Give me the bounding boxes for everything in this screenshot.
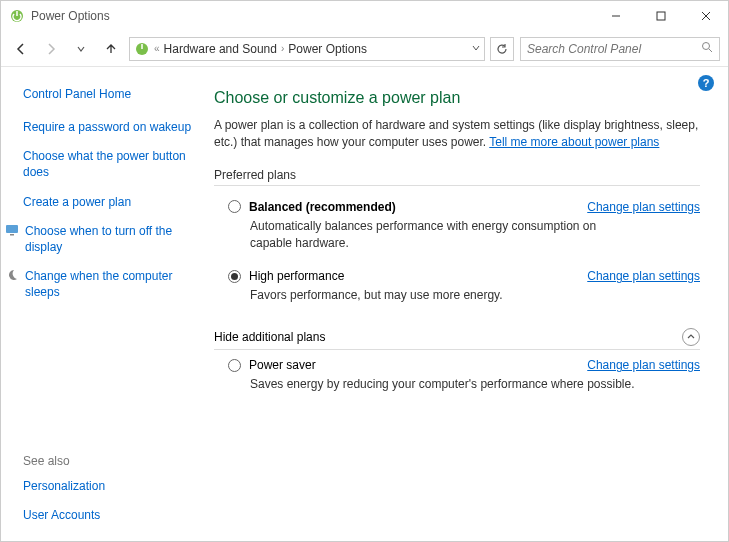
change-settings-high[interactable]: Change plan settings: [587, 269, 700, 283]
hide-additional-plans-row[interactable]: Hide additional plans: [214, 322, 700, 350]
toolbar: « Hardware and Sound › Power Options: [1, 31, 728, 67]
minimize-button[interactable]: [593, 2, 638, 30]
content: ? Control Panel Home Require a password …: [1, 67, 728, 541]
power-options-icon: [9, 8, 25, 24]
window-controls: [593, 2, 728, 30]
preferred-plans-label: Preferred plans: [214, 168, 700, 186]
collapse-button[interactable]: [682, 328, 700, 346]
plan-balanced: Balanced (recommended) Change plan setti…: [214, 192, 700, 262]
breadcrumb-item-hardware[interactable]: Hardware and Sound: [164, 42, 277, 56]
page-title: Choose or customize a power plan: [214, 89, 700, 107]
svg-rect-8: [6, 225, 18, 233]
maximize-button[interactable]: [638, 2, 683, 30]
power-options-icon: [134, 41, 150, 57]
search-input[interactable]: [527, 42, 701, 56]
change-settings-balanced[interactable]: Change plan settings: [587, 200, 700, 214]
chevron-right-icon: ›: [281, 43, 284, 54]
sidebar-link-display-off[interactable]: Choose when to turn off the display: [23, 223, 194, 255]
plan-balanced-name[interactable]: Balanced (recommended): [249, 200, 396, 214]
main-panel: Choose or customize a power plan A power…: [206, 67, 728, 541]
svg-line-7: [709, 49, 712, 52]
svg-rect-9: [10, 234, 14, 236]
plan-high-performance: High performance Change plan settings Fa…: [214, 261, 700, 314]
see-also-user-accounts[interactable]: User Accounts: [23, 507, 194, 523]
change-settings-saver[interactable]: Change plan settings: [587, 358, 700, 372]
intro-text: A power plan is a collection of hardware…: [214, 117, 700, 152]
up-button[interactable]: [99, 37, 123, 61]
radio-power-saver[interactable]: [228, 359, 241, 372]
tell-me-more-link[interactable]: Tell me more about power plans: [489, 135, 659, 149]
close-button[interactable]: [683, 2, 728, 30]
breadcrumb-dropdown[interactable]: [472, 43, 480, 54]
back-button[interactable]: [9, 37, 33, 61]
plan-power-saver: Power saver Change plan settings Saves e…: [214, 350, 700, 403]
see-also-personalization[interactable]: Personalization: [23, 478, 194, 494]
radio-balanced[interactable]: [228, 200, 241, 213]
sidebar: Control Panel Home Require a password on…: [1, 67, 206, 541]
plan-balanced-desc: Automatically balances performance with …: [250, 218, 630, 252]
search-box[interactable]: [520, 37, 720, 61]
breadcrumb-ellipsis[interactable]: «: [154, 43, 160, 54]
refresh-button[interactable]: [490, 37, 514, 61]
plan-saver-desc: Saves energy by reducing your computer's…: [250, 376, 690, 393]
help-icon[interactable]: ?: [698, 75, 714, 91]
plan-high-desc: Favors performance, but may use more ene…: [250, 287, 630, 304]
sidebar-link-power-button[interactable]: Choose what the power button does: [23, 148, 194, 180]
window-title-area: Power Options: [9, 8, 593, 24]
moon-icon: [5, 268, 19, 282]
monitor-icon: [5, 223, 19, 237]
breadcrumb-item-power[interactable]: Power Options: [288, 42, 367, 56]
sidebar-link-password-wakeup[interactable]: Require a password on wakeup: [23, 119, 194, 135]
sidebar-link-create-plan[interactable]: Create a power plan: [23, 194, 194, 210]
hide-additional-plans-label: Hide additional plans: [214, 330, 325, 344]
control-panel-home-link[interactable]: Control Panel Home: [23, 87, 194, 101]
plan-high-name[interactable]: High performance: [249, 269, 344, 283]
breadcrumb[interactable]: « Hardware and Sound › Power Options: [129, 37, 485, 61]
search-icon: [701, 41, 713, 56]
window-title: Power Options: [31, 9, 110, 23]
recent-dropdown[interactable]: [69, 37, 93, 61]
svg-point-6: [703, 43, 710, 50]
plan-saver-name[interactable]: Power saver: [249, 358, 316, 372]
radio-high-performance[interactable]: [228, 270, 241, 283]
sidebar-link-sleep[interactable]: Change when the computer sleeps: [23, 268, 194, 300]
svg-rect-2: [657, 12, 665, 20]
see-also-label: See also: [23, 454, 194, 468]
titlebar: Power Options: [1, 1, 728, 31]
forward-button[interactable]: [39, 37, 63, 61]
